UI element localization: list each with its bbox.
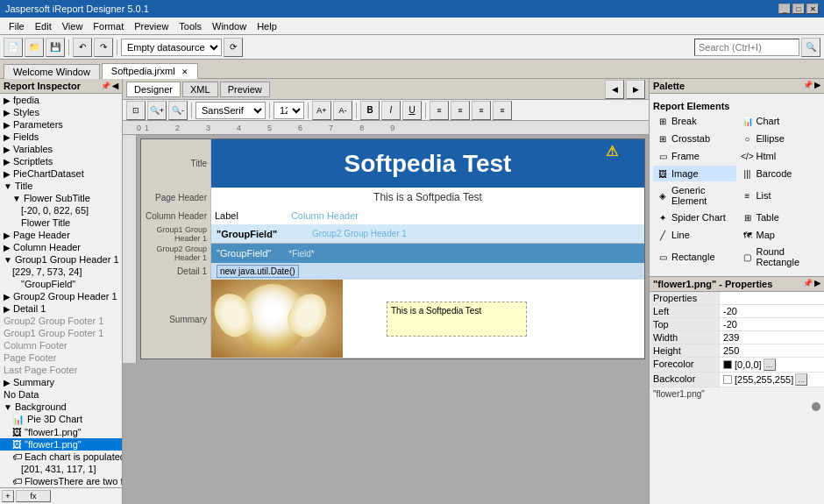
menu-window[interactable]: Window <box>207 19 252 33</box>
section-page-header-label[interactable]: Page Header <box>141 188 211 207</box>
palette-break[interactable]: ⊞ Break <box>653 113 736 129</box>
datasource-select[interactable]: Empty datasource <box>121 39 222 56</box>
tree-chart-label[interactable]: 🏷Each chart is populated on each p <box>0 451 122 463</box>
palette-round-rect[interactable]: ▢ Round Rectangle <box>738 245 821 269</box>
menu-file[interactable]: File <box>4 19 30 33</box>
menu-format[interactable]: Format <box>88 19 129 33</box>
underline-btn[interactable]: U <box>402 101 422 120</box>
section-detail-label[interactable]: Detail 1 <box>141 263 211 280</box>
section-column-header-label[interactable]: Column Header <box>141 207 211 224</box>
designer-tab-xml[interactable]: XML <box>182 82 218 97</box>
prop-val-left[interactable]: -20 <box>720 305 824 317</box>
palette-table[interactable]: ⊞ Table <box>738 209 821 225</box>
expression-btn[interactable]: fx <box>16 490 51 502</box>
left-panel-collapse[interactable]: ◀ <box>112 82 118 90</box>
datasource-refresh-btn[interactable]: ⟳ <box>224 38 243 57</box>
tree-title[interactable]: ▼Title <box>0 180 122 192</box>
palette-line[interactable]: ╱ Line <box>653 227 736 243</box>
tree-flower-subtitle[interactable]: ▼Flower SubTitle <box>0 192 122 204</box>
tree-groupfield-1[interactable]: "GroupField" <box>0 278 122 290</box>
palette-barcode[interactable]: ||| Barcode <box>738 166 821 181</box>
tree-group1-header[interactable]: ▼Group1 Group Header 1 <box>0 253 122 266</box>
menu-preview[interactable]: Preview <box>129 19 174 33</box>
section-group1-header-label[interactable]: Group1 GroupHeader 1 <box>141 224 211 244</box>
open-btn[interactable]: 📁 <box>25 38 44 57</box>
palette-generic[interactable]: ◈ Generic Element <box>653 183 736 208</box>
tree-group1-coords[interactable]: [229, 7, 573, 24] <box>0 266 122 278</box>
backcolor-swatch[interactable] <box>723 375 732 384</box>
tab-close-btn[interactable]: ✕ <box>181 67 188 76</box>
palette-image[interactable]: 🖼 Image <box>653 166 736 181</box>
save-btn[interactable]: 💾 <box>46 38 65 57</box>
add-item-btn[interactable]: + <box>2 490 14 502</box>
canvas-area[interactable]: 0 1 2 3 4 5 6 7 8 9 Title <box>123 121 649 504</box>
minimize-btn[interactable]: _ <box>778 4 791 14</box>
palette-collapse[interactable]: ▶ <box>814 81 820 91</box>
search-btn[interactable]: 🔍 <box>801 38 820 57</box>
palette-chart[interactable]: 📊 Chart <box>738 113 821 129</box>
menu-tools[interactable]: Tools <box>174 19 207 33</box>
menu-edit[interactable]: Edit <box>30 19 57 33</box>
tree-subtitle-coords[interactable]: [-20, 0, 822, 65] <box>0 204 122 217</box>
palette-frame[interactable]: ▭ Frame <box>653 148 736 164</box>
maximize-btn[interactable]: □ <box>792 4 805 14</box>
tab-welcome[interactable]: Welcome Window <box>4 64 100 79</box>
palette-list[interactable]: ≡ List <box>738 183 821 208</box>
scroll-right-btn[interactable]: ▶ <box>626 80 645 99</box>
tree-flower-title[interactable]: Flower Title <box>0 217 122 229</box>
tree-pie-chart[interactable]: 📊Pie 3D Chart <box>0 413 122 426</box>
props-pin[interactable]: 📌 <box>803 279 813 289</box>
tree-group2-footer[interactable]: Group2 Group Footer 1 <box>0 315 122 327</box>
prop-val-width[interactable]: 239 <box>720 331 824 344</box>
search-input[interactable] <box>694 39 799 56</box>
undo-btn[interactable]: ↶ <box>73 38 92 57</box>
props-collapse[interactable]: ▶ <box>814 279 820 289</box>
font-select[interactable]: SansSerif <box>195 102 266 119</box>
tab-softpedia[interactable]: Softpedia.jrxml ✕ <box>102 63 198 79</box>
palette-map[interactable]: 🗺 Map <box>738 227 821 243</box>
scroll-left-btn[interactable]: ◀ <box>605 80 624 99</box>
prop-val-top[interactable]: -20 <box>720 318 824 330</box>
tree-summary[interactable]: ▶Summary <box>0 376 122 388</box>
palette-spider[interactable]: ✦ Spider Chart <box>653 209 736 225</box>
palette-crosstab[interactable]: ⊞ Crosstab <box>653 131 736 146</box>
section-title-label[interactable]: Title <box>141 139 211 188</box>
prop-val-height[interactable]: 250 <box>720 344 824 357</box>
forecolor-pick-btn[interactable]: … <box>764 358 776 371</box>
font-size-select[interactable]: 12 <box>273 102 304 119</box>
tree-chart-coords[interactable]: [201, 431, 117, 1] <box>0 463 122 475</box>
align-right-btn[interactable]: ≡ <box>472 101 491 120</box>
tree-page-header[interactable]: ▶Page Header <box>0 229 122 241</box>
tree-styles[interactable]: ▶Styles <box>0 106 122 118</box>
section-summary-label[interactable]: Summary <box>141 280 211 358</box>
palette-html[interactable]: </> Html <box>738 148 821 164</box>
new-btn[interactable]: 📄 <box>4 38 23 57</box>
tree-variables[interactable]: ▶Variables <box>0 143 122 155</box>
zoom-in-btn[interactable]: 🔍+ <box>147 101 167 120</box>
menu-help[interactable]: Help <box>252 19 282 33</box>
left-panel-pin[interactable]: 📌 <box>101 82 110 90</box>
tree-flower-png-2[interactable]: 🖼"flower1.png" <box>0 438 122 451</box>
align-left-btn[interactable]: ≡ <box>430 101 449 120</box>
align-justify-btn[interactable]: ≡ <box>493 101 512 120</box>
designer-tab-designer[interactable]: Designer <box>126 82 181 97</box>
italic-btn[interactable]: I <box>381 101 401 120</box>
tree-no-data[interactable]: No Data <box>0 388 122 401</box>
tree-flower-png-1[interactable]: 🖼"flower1.png" <box>0 426 122 438</box>
designer-tab-preview[interactable]: Preview <box>220 82 270 97</box>
backcolor-pick-btn[interactable]: … <box>795 373 807 386</box>
tree-group2-header[interactable]: ▶Group2 Group Header 1 <box>0 290 122 302</box>
font-decrease-btn[interactable]: A- <box>333 101 352 120</box>
font-increase-btn[interactable]: A+ <box>312 101 331 120</box>
tree-flowers-label[interactable]: 🏷FlowersThere are two flowers, the <box>0 475 122 487</box>
tree-fpedia[interactable]: ▶fpedia <box>0 94 122 106</box>
zoom-out-btn[interactable]: 🔍- <box>168 101 188 120</box>
redo-btn[interactable]: ↷ <box>94 38 113 57</box>
tree-column-header[interactable]: ▶Column Header <box>0 241 122 253</box>
tree-fields[interactable]: ▶Fields <box>0 131 122 143</box>
menu-view[interactable]: View <box>57 19 89 33</box>
forecolor-swatch[interactable] <box>723 360 732 369</box>
zoom-fit-btn[interactable]: ⊡ <box>126 101 146 120</box>
tree-page-footer[interactable]: Page Footer <box>0 351 122 364</box>
palette-rectangle[interactable]: ▭ Rectangle <box>653 245 736 269</box>
